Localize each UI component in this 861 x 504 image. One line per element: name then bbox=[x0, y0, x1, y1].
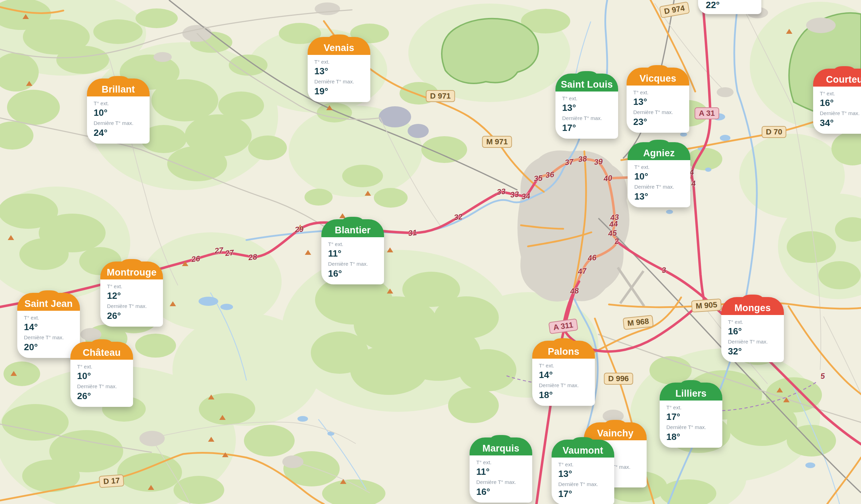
t-max-value: 22° bbox=[698, 0, 719, 14]
t-max-label: Dernière T° max. bbox=[107, 303, 159, 309]
t-max-label: Dernière T° max. bbox=[476, 479, 528, 485]
junction-number: 26 bbox=[191, 254, 200, 264]
station-name: Vaumont bbox=[552, 440, 614, 458]
t-max-value: 32° bbox=[728, 346, 780, 357]
t-ext-value: 16° bbox=[820, 97, 861, 108]
station-name-label: Vaumont bbox=[563, 445, 603, 456]
junction-number: 47 bbox=[577, 266, 587, 276]
peak-icon bbox=[783, 397, 790, 402]
peak-icon bbox=[182, 261, 188, 266]
t-max-value: 18° bbox=[539, 390, 591, 401]
station-name-label: Saint Louis bbox=[561, 79, 613, 90]
road-shield-d971: D 971 bbox=[426, 90, 455, 102]
station-card-vaumont[interactable]: Vaumont T° ext. 13° Dernière T° max. 17° bbox=[552, 440, 614, 504]
t-ext-value: 13° bbox=[558, 468, 610, 479]
peak-icon bbox=[219, 415, 226, 420]
station-name-label: Palons bbox=[548, 346, 579, 357]
station-card-body: T° ext. 13° Dernière T° max. 19° bbox=[308, 55, 370, 102]
t-max-label: Dernière T° max. bbox=[728, 339, 780, 345]
junction-number: 40 bbox=[603, 174, 612, 183]
station-card-venais[interactable]: Venais T° ext. 13° Dernière T° max. 19° bbox=[308, 37, 370, 102]
t-ext-label: T° ext. bbox=[820, 90, 861, 96]
station-name: Lilliers bbox=[660, 383, 722, 401]
station-name: Agniez bbox=[628, 142, 690, 160]
t-max-value: 23° bbox=[633, 116, 685, 127]
junction-number: 27 bbox=[225, 248, 234, 258]
t-ext-label: T° ext. bbox=[94, 100, 145, 106]
junction-number: 4 bbox=[691, 179, 696, 188]
station-name-label: Château bbox=[83, 347, 121, 358]
station-card-body: T° ext. 17° Dernière T° max. 18° bbox=[660, 401, 722, 448]
t-ext-label: T° ext. bbox=[77, 364, 129, 370]
t-max-value: 19° bbox=[314, 86, 366, 97]
station-card-body: T° ext. 13° Dernière T° max. 23° bbox=[627, 86, 689, 133]
t-max-value: 20° bbox=[24, 342, 76, 353]
station-name: Vainchy bbox=[584, 422, 647, 440]
station-name: Blantier bbox=[321, 219, 384, 237]
t-ext-value: 10° bbox=[94, 107, 145, 118]
station-card-courteu[interactable]: Courteu T° ext. 16° Dernière T° max. 34° bbox=[813, 69, 861, 134]
t-ext-label: T° ext. bbox=[476, 459, 528, 465]
station-card-blantier[interactable]: Blantier T° ext. 11° Dernière T° max. 16… bbox=[321, 219, 384, 284]
station-card-body: T° ext. 16° Dernière T° max. 32° bbox=[721, 315, 784, 362]
junction-number: 32 bbox=[453, 212, 463, 222]
station-name-label: Marquis bbox=[483, 443, 520, 454]
station-card-lilliers[interactable]: Lilliers T° ext. 17° Dernière T° max. 18… bbox=[660, 383, 722, 448]
station-name: Courteu bbox=[813, 69, 861, 87]
station-card-monges[interactable]: Monges T° ext. 16° Dernière T° max. 32° bbox=[721, 297, 784, 362]
station-name-label: Vicques bbox=[640, 73, 676, 84]
t-max-value: 13° bbox=[634, 191, 686, 202]
road-shield-d70: D 70 bbox=[762, 126, 786, 138]
station-name-label: Saint Jean bbox=[24, 298, 73, 309]
station-card-chateau[interactable]: Château T° ext. 10° Dernière T° max. 26° bbox=[70, 342, 133, 407]
junction-number: 39 bbox=[593, 157, 603, 167]
junction-number: 46 bbox=[587, 253, 597, 263]
station-name-label: Vainchy bbox=[597, 428, 633, 439]
junction-number: 48 bbox=[570, 286, 579, 296]
road-shield-d17: D 17 bbox=[99, 474, 125, 488]
junction-number: 37 bbox=[564, 157, 574, 167]
station-card-saint-louis[interactable]: Saint Louis T° ext. 13° Dernière T° max.… bbox=[555, 74, 618, 139]
t-max-value: 18° bbox=[666, 431, 718, 442]
peak-icon bbox=[387, 289, 393, 294]
t-max-label: Dernière T° max. bbox=[77, 383, 129, 389]
t-max-label: Dernière T° max. bbox=[314, 78, 366, 84]
station-name-label: Montrouge bbox=[107, 267, 156, 278]
station-card-vicques[interactable]: Vicques T° ext. 13° Dernière T° max. 23° bbox=[627, 68, 689, 133]
t-ext-label: T° ext. bbox=[633, 89, 685, 95]
station-name-label: Lilliers bbox=[675, 388, 707, 399]
peak-icon bbox=[148, 485, 154, 490]
junction-number: 5 bbox=[820, 371, 825, 381]
station-card-partial-top[interactable]: 22° bbox=[698, 0, 761, 14]
junction-number: 33 bbox=[496, 187, 506, 197]
t-max-label: Dernière T° max. bbox=[633, 109, 685, 115]
station-card-body: T° ext. 14° Dernière T° max. 18° bbox=[532, 359, 595, 406]
station-name-label: Monges bbox=[734, 303, 771, 314]
station-card-agniez[interactable]: Agniez T° ext. 10° Dernière T° max. 13° bbox=[628, 142, 690, 207]
peak-icon bbox=[23, 14, 29, 19]
t-ext-label: T° ext. bbox=[539, 363, 591, 368]
peak-icon bbox=[11, 371, 17, 376]
peak-icon bbox=[26, 81, 32, 86]
junction-number: 29 bbox=[294, 225, 304, 234]
station-card-brillant[interactable]: Brillant T° ext. 10° Dernière T° max. 24… bbox=[87, 78, 150, 144]
station-name: Saint Louis bbox=[555, 74, 618, 92]
t-max-label: Dernière T° max. bbox=[94, 120, 145, 126]
station-name-label: Brillant bbox=[102, 84, 135, 95]
junction-number: 31 bbox=[408, 228, 417, 238]
station-card-marquis[interactable]: Marquis T° ext. 11° Dernière T° max. 16° bbox=[470, 437, 532, 503]
t-ext-label: T° ext. bbox=[328, 241, 380, 247]
t-max-value: 26° bbox=[77, 391, 129, 402]
map-canvas[interactable] bbox=[0, 0, 861, 504]
station-card-montrouge[interactable]: Montrouge T° ext. 12° Dernière T° max. 2… bbox=[100, 262, 163, 327]
t-ext-label: T° ext. bbox=[728, 319, 780, 325]
t-max-value: 24° bbox=[94, 127, 145, 138]
junction-number: 2 bbox=[614, 237, 620, 246]
station-card-body: T° ext. 16° Dernière T° max. 34° bbox=[813, 87, 861, 134]
t-max-value: 17° bbox=[558, 489, 610, 499]
t-max-label: Dernière T° max. bbox=[666, 424, 718, 430]
t-max-label: Dernière T° max. bbox=[558, 481, 610, 487]
junction-number: 35 bbox=[533, 174, 543, 183]
t-ext-label: T° ext. bbox=[314, 59, 366, 65]
station-card-palons[interactable]: Palons T° ext. 14° Dernière T° max. 18° bbox=[532, 341, 595, 406]
